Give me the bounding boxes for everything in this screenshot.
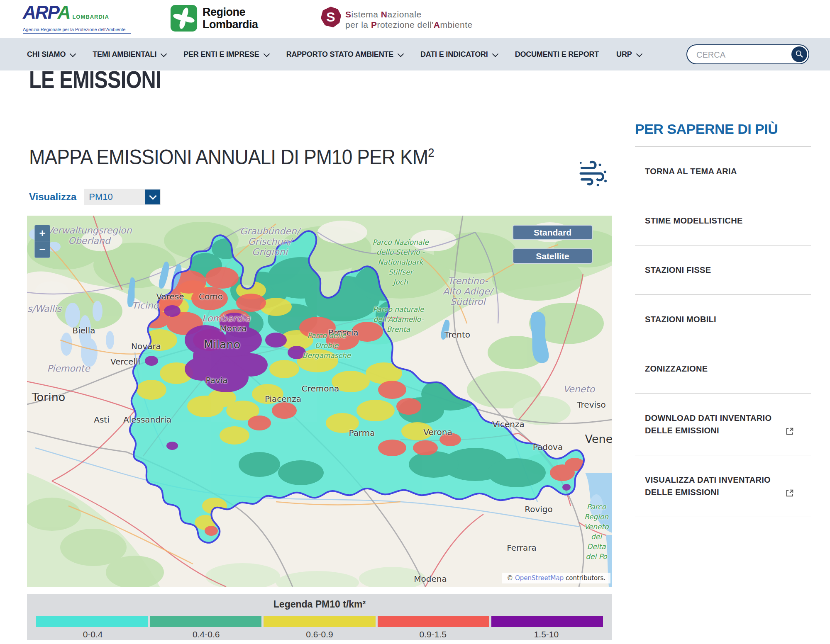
emissions-map[interactable]: Verwaltungsregion Oberland Milano Monza …: [27, 216, 612, 587]
satellite-layer-button[interactable]: Satellite: [513, 248, 593, 264]
pollutant-select[interactable]: PM10: [84, 189, 161, 205]
pollutant-value: PM10: [89, 192, 112, 202]
openstreetmap-link[interactable]: OpenStreetMap: [515, 574, 564, 582]
legend-swatch: [150, 616, 261, 627]
map-section-title: MAPPA EMISSIONI ANNUALI DI PM10 PER KM2: [29, 145, 434, 169]
page-title: LE EMISSIONI: [29, 66, 161, 93]
nav-item-chi-siamo[interactable]: CHI SIAMO: [27, 50, 75, 59]
arpa-wordmark: ARPALOMBARDIA: [23, 3, 131, 26]
map-zoom-control: + −: [34, 225, 50, 258]
legend-range-label: 0.6-0.9: [263, 629, 376, 639]
sidebar-title: PER SAPERNE DI PIÙ: [635, 121, 811, 147]
nav-item-per-enti-e-imprese[interactable]: PER ENTI E IMPRESE: [183, 50, 269, 59]
sidebar-item-stazioni-mobili[interactable]: STAZIONI MOBILI: [635, 295, 811, 344]
page: ARPALOMBARDIA Agenzia Regionale per la P…: [0, 0, 830, 644]
search-button[interactable]: [791, 46, 807, 62]
nav-item-rapporto-stato-ambiente[interactable]: RAPPORTO STATO AMBIENTE: [286, 50, 403, 59]
legend-range-label: 0.9-1.5: [376, 629, 490, 639]
wind-icon: [578, 157, 610, 189]
sidebar-item-torna-al-tema-aria[interactable]: TORNA AL TEMA ARIA: [635, 147, 811, 196]
legend-range-label: 0.4-0.6: [149, 629, 263, 639]
sidebar: PER SAPERNE DI PIÙ TORNA AL TEMA ARIA ST…: [635, 121, 811, 517]
external-link-icon: [785, 427, 794, 436]
chevron-down-icon: [636, 51, 642, 57]
legend-title: Legenda PM10 t/km²: [27, 594, 612, 610]
map-legend: Legenda PM10 t/km² 0-0.4 0.4-0.6 0.6-0.9…: [27, 594, 612, 640]
legend-swatch: [378, 616, 489, 627]
arpa-lombardia-logo[interactable]: ARPALOMBARDIA Agenzia Regionale per la P…: [23, 3, 131, 34]
chevron-down-icon: [398, 51, 404, 57]
snpa-icon: S: [320, 6, 342, 28]
chevron-down-icon: [70, 51, 76, 57]
zoom-in-button[interactable]: +: [34, 225, 50, 241]
zoom-out-button[interactable]: −: [34, 241, 50, 258]
legend-swatch: [491, 616, 603, 627]
legend-range-label: 0-0.4: [36, 629, 149, 639]
nav-item-documenti-e-report[interactable]: DOCUMENTI E REPORT: [515, 50, 599, 59]
external-link-icon: [785, 488, 794, 498]
nav-item-dati-e-indicatori[interactable]: DATI E INDICATORI: [420, 50, 498, 59]
map-canvas: [27, 216, 612, 587]
snpa-logo[interactable]: S Sistema Nazionale per la Protezione de…: [320, 6, 473, 30]
sidebar-item-stazioni-fisse[interactable]: STAZIONI FISSE: [635, 245, 811, 295]
chevron-down-icon: [263, 51, 270, 57]
regione-lombardia-logo[interactable]: Regione Lombardia: [170, 5, 258, 32]
map-attribution: © OpenStreetMap contributors.: [502, 573, 610, 583]
svg-text:S: S: [326, 10, 335, 24]
legend-range-label: 1.5-10: [490, 629, 603, 639]
legend-color-bar: [36, 616, 603, 627]
sidebar-item-download-dati-inventario[interactable]: DOWNLOAD DATI INVENTARIO DELLE EMISSIONI: [635, 394, 811, 455]
chevron-down-icon: [492, 51, 498, 57]
search-icon: [795, 49, 804, 58]
chevron-down-icon[interactable]: [145, 190, 160, 204]
legend-swatch: [36, 616, 148, 627]
rosa-camuna-icon: [170, 5, 198, 32]
chevron-down-icon: [161, 51, 167, 57]
snpa-wordmark: Sistema Nazionale per la Protezione dell…: [345, 9, 473, 30]
nav-item-temi-ambientali[interactable]: TEMI AMBIENTALI: [93, 50, 166, 59]
header-divider: [138, 4, 138, 33]
search-box: [686, 44, 809, 64]
sidebar-item-zonizzazione[interactable]: ZONIZZAZIONE: [635, 344, 811, 394]
legend-range-labels: 0-0.4 0.4-0.6 0.6-0.9 0.9-1.5 1.5-10: [36, 629, 603, 639]
sidebar-item-visualizza-dati-inventario[interactable]: VISUALIZZA DATI INVENTARIO DELLE EMISSIO…: [635, 455, 811, 517]
sidebar-item-stime-modellistiche[interactable]: STIME MODELLISTICHE: [635, 196, 811, 245]
regione-wordmark: Regione Lombardia: [203, 6, 258, 31]
arpa-tagline: Agenzia Regionale per la Protezione dell…: [23, 27, 131, 34]
nav-item-urp[interactable]: URP: [616, 50, 641, 59]
visualizza-row: Visualizza PM10: [29, 189, 161, 205]
visualizza-label: Visualizza: [29, 191, 76, 203]
search-input[interactable]: [696, 47, 780, 63]
standard-layer-button[interactable]: Standard: [513, 225, 593, 240]
legend-swatch: [264, 616, 375, 627]
site-header: ARPALOMBARDIA Agenzia Regionale per la P…: [0, 0, 830, 38]
